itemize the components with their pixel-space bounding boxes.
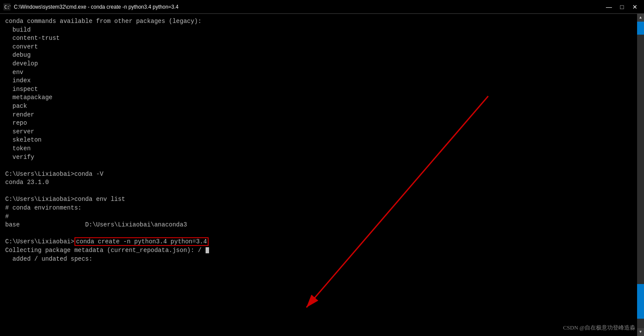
terminal-line-inspect: inspect (5, 85, 639, 94)
terminal-line: repo (5, 119, 639, 128)
window-controls[interactable]: — □ ✕ (603, 3, 641, 11)
terminal-window: C:\ C:\Windows\system32\cmd.exe - conda … (0, 0, 644, 336)
terminal-line: added / undated specs: (5, 255, 639, 264)
terminal-line: skeleton (5, 136, 639, 145)
terminal-line: index (5, 77, 639, 85)
terminal-line: convert (5, 43, 639, 52)
scroll-up-button[interactable]: ▲ (637, 14, 644, 22)
terminal-line: base D:\Users\Lixiaobai\anaconda3 (5, 221, 639, 229)
terminal-line: C:\Users\Lixiaobai>conda -V (5, 170, 639, 179)
scroll-thumb-2[interactable] (637, 284, 644, 301)
cmd-icon: C:\ (3, 3, 10, 10)
terminal-body[interactable]: conda commands available from other pack… (0, 14, 644, 336)
window-title: C:\Windows\system32\cmd.exe - conda crea… (14, 4, 179, 10)
scroll-down-button[interactable]: ▼ (637, 328, 644, 336)
terminal-line: verify (5, 153, 639, 162)
terminal-line: render (5, 111, 639, 120)
terminal-line (5, 162, 639, 170)
maximize-button[interactable]: □ (616, 3, 628, 11)
scroll-thumb[interactable] (637, 22, 644, 35)
terminal-line: pack (5, 102, 639, 111)
terminal-line: C:\Users\Lixiaobai>conda env list (5, 195, 639, 204)
csdn-watermark: CSDN @自在极意功登峰造淼 (563, 324, 635, 332)
scroll-thumb-3[interactable] (637, 301, 644, 319)
close-button[interactable]: ✕ (629, 3, 641, 11)
svg-text:C:\: C:\ (4, 5, 10, 10)
terminal-line-command: C:\Users\Lixiaobai>conda create -n pytho… (5, 238, 639, 246)
title-bar: C:\ C:\Windows\system32\cmd.exe - conda … (0, 0, 644, 14)
terminal-line: conda commands available from other pack… (5, 17, 639, 26)
terminal-line: token (5, 145, 639, 153)
minimize-button[interactable]: — (603, 3, 615, 11)
terminal-line: # conda environments: (5, 204, 639, 213)
terminal-line: content-trust (5, 34, 639, 43)
terminal-line (5, 229, 639, 238)
title-bar-left: C:\ C:\Windows\system32\cmd.exe - conda … (3, 3, 179, 10)
terminal-line: Collecting package metadata (current_rep… (5, 246, 639, 255)
terminal-line: env (5, 68, 639, 77)
terminal-line: # (5, 213, 639, 221)
terminal-line (5, 187, 639, 196)
terminal-line: metapackage (5, 94, 639, 102)
terminal-line: debug (5, 51, 639, 60)
terminal-line: server (5, 128, 639, 136)
scrollbar-track[interactable]: ▲ ▼ (637, 14, 644, 336)
terminal-line: build (5, 26, 639, 35)
terminal-line: conda 23.1.0 (5, 178, 639, 187)
terminal-line: develop (5, 60, 639, 68)
